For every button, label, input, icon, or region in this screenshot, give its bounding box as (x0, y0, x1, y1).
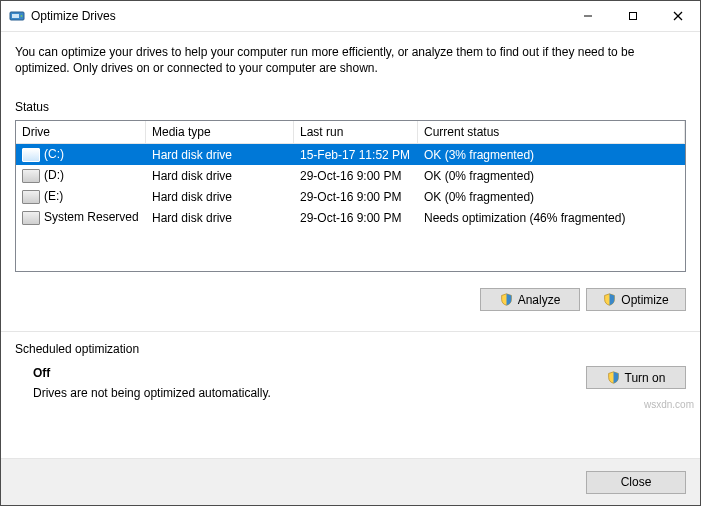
turn-on-label: Turn on (625, 371, 666, 385)
status-label: Status (15, 100, 686, 114)
close-button[interactable] (655, 1, 700, 31)
maximize-button[interactable] (610, 1, 655, 31)
drive-name: (D:) (44, 168, 64, 182)
schedule-body: Off Drives are not being optimized autom… (15, 366, 686, 400)
close-label: Close (621, 475, 652, 489)
current-status: OK (0% fragmented) (418, 165, 685, 187)
schedule-text: Off Drives are not being optimized autom… (33, 366, 271, 400)
optimize-button[interactable]: Optimize (586, 288, 686, 311)
drives-list: Drive Media type Last run Current status… (15, 120, 686, 272)
drive-name: System Reserved (44, 210, 139, 224)
svg-point-2 (21, 15, 23, 17)
schedule-desc: Drives are not being optimized automatic… (33, 386, 271, 400)
col-media[interactable]: Media type (146, 121, 294, 143)
col-status[interactable]: Current status (418, 121, 685, 143)
current-status: OK (3% fragmented) (418, 144, 685, 166)
last-run: 29-Oct-16 9:00 PM (294, 165, 418, 187)
drive-optimize-icon (9, 8, 25, 24)
watermark: wsxdn.com (644, 399, 694, 410)
title-bar: Optimize Drives (1, 1, 700, 32)
table-row[interactable]: (E:)Hard disk drive29-Oct-16 9:00 PMOK (… (16, 186, 685, 207)
drive-icon (22, 148, 40, 162)
media-type: Hard disk drive (146, 165, 294, 187)
optimize-label: Optimize (621, 293, 668, 307)
analyze-label: Analyze (518, 293, 561, 307)
media-type: Hard disk drive (146, 186, 294, 208)
window-title: Optimize Drives (31, 9, 116, 23)
footer: Close (1, 458, 700, 505)
drive-icon (22, 169, 40, 183)
analyze-button[interactable]: Analyze (480, 288, 580, 311)
media-type: Hard disk drive (146, 207, 294, 229)
table-row[interactable]: (D:)Hard disk drive29-Oct-16 9:00 PMOK (… (16, 165, 685, 186)
content-area: You can optimize your drives to help you… (1, 32, 700, 458)
turn-on-button[interactable]: Turn on (586, 366, 686, 389)
media-type: Hard disk drive (146, 144, 294, 166)
schedule-label: Scheduled optimization (15, 342, 686, 356)
col-last[interactable]: Last run (294, 121, 418, 143)
close-footer-button[interactable]: Close (586, 471, 686, 494)
intro-text: You can optimize your drives to help you… (15, 44, 686, 76)
schedule-state: Off (33, 366, 271, 380)
svg-rect-1 (12, 14, 19, 18)
last-run: 15-Feb-17 11:52 PM (294, 144, 418, 166)
drive-name: (C:) (44, 147, 64, 161)
current-status: Needs optimization (46% fragmented) (418, 207, 685, 229)
list-body: (C:)Hard disk drive15-Feb-17 11:52 PMOK … (16, 144, 685, 228)
status-buttons: Analyze Optimize (15, 288, 686, 311)
window-controls (565, 1, 700, 31)
shield-icon (500, 293, 513, 306)
current-status: OK (0% fragmented) (418, 186, 685, 208)
shield-icon (603, 293, 616, 306)
last-run: 29-Oct-16 9:00 PM (294, 186, 418, 208)
table-row[interactable]: System ReservedHard disk drive29-Oct-16 … (16, 207, 685, 228)
last-run: 29-Oct-16 9:00 PM (294, 207, 418, 229)
table-row[interactable]: (C:)Hard disk drive15-Feb-17 11:52 PMOK … (16, 144, 685, 165)
list-header: Drive Media type Last run Current status (16, 121, 685, 144)
minimize-button[interactable] (565, 1, 610, 31)
svg-rect-4 (629, 13, 636, 20)
separator (1, 331, 700, 332)
shield-icon (607, 371, 620, 384)
drive-icon (22, 190, 40, 204)
drive-icon (22, 211, 40, 225)
col-drive[interactable]: Drive (16, 121, 146, 143)
optimize-drives-window: Optimize Drives You can optimize your dr… (0, 0, 701, 506)
drive-name: (E:) (44, 189, 63, 203)
